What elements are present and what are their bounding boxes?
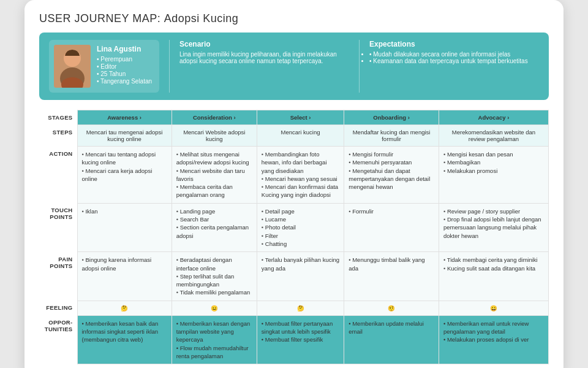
step-5: Merekomendasikan website dan review peng… — [439, 125, 548, 147]
feeling-label: FEELING — [39, 301, 77, 315]
divider2 — [359, 40, 360, 93]
step-2: Mencari Website adopsi kucing — [172, 125, 257, 147]
opp-5: Memberikan email untuk review pengalaman… — [439, 315, 548, 364]
persona-info: Lina Agustin • Perempuan • Editor • 25 T… — [97, 45, 152, 88]
action-row: ACTION Mencari tau tentang adopsi kucing… — [39, 147, 549, 204]
expectations-list: • Mudah dilakukan secara online dan info… — [369, 51, 539, 64]
action-5: Mengisi kesan dan pesanMembagikanMelakuk… — [439, 147, 548, 204]
steps-label: STEPS — [39, 125, 77, 147]
feeling-4: 🤨 — [344, 301, 439, 315]
pain-4: Menunggu timbal balik yang ada — [344, 252, 439, 301]
step-3: Mencari kucing — [257, 125, 344, 147]
action-4: Mengisi formulirMemenuhi persyaratanMeng… — [344, 147, 439, 204]
title-suffix: Adopsi Kucing — [164, 12, 239, 25]
opportunities-row: OPPOR-TUNITIES Memberikan kesan baik dan… — [39, 315, 549, 364]
action-3: Membandingkan foto hewan, info dari berb… — [257, 147, 344, 204]
stage-awareness: Awareness — [77, 110, 172, 125]
painpoints-row: PAIN POINTS Bingung karena informasi ado… — [39, 252, 549, 301]
scenario-box: Scenario Lina ingin memiliki kucing peli… — [179, 40, 349, 64]
header-section: Lina Agustin • Perempuan • Editor • 25 T… — [39, 33, 549, 100]
touch-4: Formulir — [344, 203, 439, 251]
feeling-row: FEELING 🤔 😐 🤔 🤨 😀 — [39, 301, 549, 315]
pain-2: Beradaptasi dengan interface onlineStep … — [172, 252, 257, 301]
journey-map-card: USER JOURNEY MAP: Adopsi Kucing Lina Agu… — [24, 0, 564, 368]
page-title: USER JOURNEY MAP: Adopsi Kucing — [39, 12, 549, 25]
stage-select: Select — [257, 110, 344, 125]
touch-2: Landing pageSearch BarSection cerita pen… — [172, 203, 257, 251]
stage-advocacy: Advocacy — [439, 110, 548, 125]
step-1: Mencari tau mengenai adopsi kucing onlin… — [77, 125, 172, 147]
touch-3: Detail pageLucarnePhoto detailFilterChat… — [257, 203, 344, 251]
feeling-2: 😐 — [172, 301, 257, 315]
steps-row: STEPS Mencari tau mengenai adopsi kucing… — [39, 125, 549, 147]
expectations-box: Expectations • Mudah dilakukan secara on… — [369, 40, 539, 64]
divider — [169, 40, 170, 93]
pain-5: Tidak membagi cerita yang diminikiKucing… — [439, 252, 548, 301]
persona-name: Lina Agustin — [97, 45, 152, 53]
stages-label: STAGES — [39, 110, 77, 125]
step-4: Mendaftar kucing dan mengisi formulir — [344, 125, 439, 147]
pain-3: Terlalu banyak pilihan kucing yang ada — [257, 252, 344, 301]
action-2: Melihat situs mengenai adopsi/review ado… — [172, 147, 257, 204]
opportunities-label: OPPOR-TUNITIES — [39, 315, 77, 364]
touchpoints-label: TOUCHPOINTS — [39, 203, 77, 251]
stage-consideration: Consideration — [172, 110, 257, 125]
feeling-5: 😀 — [439, 301, 548, 315]
action-label: ACTION — [39, 147, 77, 204]
touchpoints-row: TOUCHPOINTS Iklan Landing pageSearch Bar… — [39, 203, 549, 251]
stage-onboarding: Onboarding — [344, 110, 439, 125]
title-prefix: USER JOURNEY MAP: — [39, 12, 160, 25]
opp-3: Membuat filter pertanyaan singkat untuk … — [257, 315, 344, 364]
feeling-1: 🤔 — [77, 301, 172, 315]
opp-2: Memberikan kesan dengan tampilan website… — [172, 315, 257, 364]
stages-row: STAGES Awareness Consideration Select On… — [39, 110, 549, 125]
painpoints-label: PAIN POINTS — [39, 252, 77, 301]
expectations-label: Expectations — [369, 40, 539, 48]
touch-5: Review page / story supplierDrop final a… — [439, 203, 548, 251]
opp-4: Memberikan update melalui email — [344, 315, 439, 364]
touch-1: Iklan — [77, 203, 172, 251]
avatar — [54, 45, 91, 88]
opp-1: Memberikan kesan baik dan informasi sing… — [77, 315, 172, 364]
pain-1: Bingung karena informasi adopsi online — [77, 252, 172, 301]
feeling-3: 🤔 — [257, 301, 344, 315]
persona-box: Lina Agustin • Perempuan • Editor • 25 T… — [49, 40, 159, 93]
journey-table: STAGES Awareness Consideration Select On… — [39, 110, 549, 364]
scenario-label: Scenario — [179, 40, 349, 48]
action-1: Mencari tau tentang adopsi kucing online… — [77, 147, 172, 204]
scenario-text: Lina ingin memiliki kucing peliharaan, d… — [179, 51, 349, 64]
